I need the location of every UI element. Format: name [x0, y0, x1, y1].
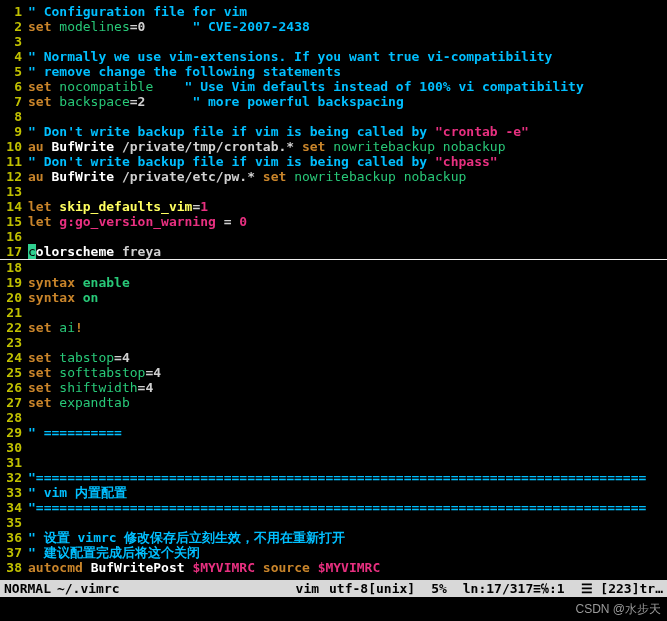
line-content[interactable] — [28, 109, 667, 124]
line-number: 10 — [0, 139, 28, 154]
line-content[interactable] — [28, 34, 667, 49]
code-line[interactable]: 24set tabstop=4 — [0, 350, 667, 365]
line-content[interactable]: syntax enable — [28, 275, 667, 290]
line-content[interactable]: " 设置 vimrc 修改保存后立刻生效，不用在重新打开 — [28, 530, 667, 545]
code-line[interactable]: 36" 设置 vimrc 修改保存后立刻生效，不用在重新打开 — [0, 530, 667, 545]
code-line[interactable]: 14let skip_defaults_vim=1 — [0, 199, 667, 214]
code-line[interactable]: 19syntax enable — [0, 275, 667, 290]
line-content[interactable]: let skip_defaults_vim=1 — [28, 199, 667, 214]
code-line[interactable]: 6set nocompatible " Use Vim defaults ins… — [0, 79, 667, 94]
code-line[interactable]: 22set ai! — [0, 320, 667, 335]
line-content[interactable] — [28, 455, 667, 470]
line-content[interactable]: " 建议配置完成后将这个关闭 — [28, 545, 667, 560]
line-content[interactable]: autocmd BufWritePost $MYVIMRC source $MY… — [28, 560, 667, 575]
line-content[interactable] — [28, 515, 667, 530]
code-line[interactable]: 18 — [0, 260, 667, 275]
code-line[interactable]: 26set shiftwidth=4 — [0, 380, 667, 395]
line-content[interactable]: set tabstop=4 — [28, 350, 667, 365]
line-content[interactable]: " vim 内置配置 — [28, 485, 667, 500]
line-content[interactable]: let g:go_version_warning = 0 — [28, 214, 667, 229]
token-keyword: set — [28, 320, 59, 335]
line-content[interactable]: " remove change the following statements — [28, 64, 667, 79]
token-keyword: au — [28, 169, 51, 184]
code-line[interactable]: 12au BufWrite /private/etc/pw.* set nowr… — [0, 169, 667, 184]
line-content[interactable]: " Normally we use vim-extensions. If you… — [28, 49, 667, 64]
code-line[interactable]: 10au BufWrite /private/tmp/crontab.* set… — [0, 139, 667, 154]
line-content[interactable] — [28, 410, 667, 425]
code-line[interactable]: 37" 建议配置完成后将这个关闭 — [0, 545, 667, 560]
line-content[interactable]: set backspace=2 " more powerful backspac… — [28, 94, 667, 109]
line-content[interactable]: " ========== — [28, 425, 667, 440]
token-comment: " Use Vim defaults instead of 100% vi co… — [185, 79, 584, 94]
line-content[interactable] — [28, 440, 667, 455]
line-number: 1 — [0, 4, 28, 19]
token-option: backspace — [59, 94, 129, 109]
line-content[interactable] — [28, 229, 667, 244]
code-line[interactable]: 27set expandtab — [0, 395, 667, 410]
code-line[interactable]: 8 — [0, 109, 667, 124]
code-line[interactable]: 13 — [0, 184, 667, 199]
code-line[interactable]: 32"=====================================… — [0, 470, 667, 485]
code-line[interactable]: 3 — [0, 34, 667, 49]
code-line[interactable]: 20syntax on — [0, 290, 667, 305]
code-line[interactable]: 28 — [0, 410, 667, 425]
token-let: skip_defaults_vim — [59, 199, 192, 214]
code-line[interactable]: 11" Don't write backup file if vim is be… — [0, 154, 667, 169]
line-content[interactable]: set shiftwidth=4 — [28, 380, 667, 395]
status-encoding: utf-8[unix] — [319, 581, 415, 596]
line-content[interactable]: "=======================================… — [28, 470, 667, 485]
code-line[interactable]: 17colorscheme freya — [0, 244, 667, 260]
code-line[interactable]: 25set softtabstop=4 — [0, 365, 667, 380]
token-option: softtabstop — [59, 365, 145, 380]
token-plain: /private/etc/pw.* — [122, 169, 263, 184]
code-line[interactable]: 33" vim 内置配置 — [0, 485, 667, 500]
line-content[interactable]: au BufWrite /private/etc/pw.* set nowrit… — [28, 169, 667, 184]
token-string: "crontab -e" — [435, 124, 529, 139]
token-comment: " 建议配置完成后将这个关闭 — [28, 545, 200, 560]
line-number: 32 — [0, 470, 28, 485]
line-number: 11 — [0, 154, 28, 169]
line-content[interactable] — [28, 260, 667, 275]
line-content[interactable]: set modelines=0 " CVE-2007-2438 — [28, 19, 667, 34]
line-content[interactable]: set expandtab — [28, 395, 667, 410]
code-line[interactable]: 21 — [0, 305, 667, 320]
line-content[interactable] — [28, 305, 667, 320]
line-content[interactable] — [28, 184, 667, 199]
code-line[interactable]: 34"=====================================… — [0, 500, 667, 515]
code-line[interactable]: 9" Don't write backup file if vim is bei… — [0, 124, 667, 139]
code-line[interactable]: 31 — [0, 455, 667, 470]
token-keyword: au — [28, 139, 51, 154]
token-keyword: let — [28, 199, 59, 214]
code-line[interactable]: 29" ========== — [0, 425, 667, 440]
code-line[interactable]: 16 — [0, 229, 667, 244]
code-line[interactable]: 2set modelines=0 " CVE-2007-2438 — [0, 19, 667, 34]
code-line[interactable]: 15let g:go_version_warning = 0 — [0, 214, 667, 229]
code-line[interactable]: 23 — [0, 335, 667, 350]
line-content[interactable]: "=======================================… — [28, 500, 667, 515]
line-content[interactable]: " Configuration file for vim — [28, 4, 667, 19]
code-line[interactable]: 35 — [0, 515, 667, 530]
token-plain: =4 — [145, 365, 161, 380]
code-line[interactable]: 4" Normally we use vim-extensions. If yo… — [0, 49, 667, 64]
line-content[interactable]: " Don't write backup file if vim is bein… — [28, 154, 667, 169]
token-option: modelines — [59, 19, 129, 34]
token-number: 1 — [200, 199, 208, 214]
line-content[interactable] — [28, 335, 667, 350]
line-content[interactable]: syntax on — [28, 290, 667, 305]
code-line[interactable]: 1" Configuration file for vim — [0, 4, 667, 19]
code-line[interactable]: 38autocmd BufWritePost $MYVIMRC source $… — [0, 560, 667, 575]
token-keyword: autocmd — [28, 560, 91, 575]
editor-viewport[interactable]: 1" Configuration file for vim2set modeli… — [0, 0, 667, 575]
token-keyword: set — [28, 79, 59, 94]
token-comment: "=======================================… — [28, 500, 646, 515]
code-line[interactable]: 7set backspace=2 " more powerful backspa… — [0, 94, 667, 109]
token-event: BufWrite — [51, 169, 121, 184]
code-line[interactable]: 5" remove change the following statement… — [0, 64, 667, 79]
line-content[interactable]: set softtabstop=4 — [28, 365, 667, 380]
line-content[interactable]: set ai! — [28, 320, 667, 335]
code-line[interactable]: 30 — [0, 440, 667, 455]
line-content[interactable]: au BufWrite /private/tmp/crontab.* set n… — [28, 139, 667, 154]
line-content[interactable]: " Don't write backup file if vim is bein… — [28, 124, 667, 139]
line-content[interactable]: set nocompatible " Use Vim defaults inst… — [28, 79, 667, 94]
line-content[interactable]: colorscheme freya — [28, 244, 667, 259]
